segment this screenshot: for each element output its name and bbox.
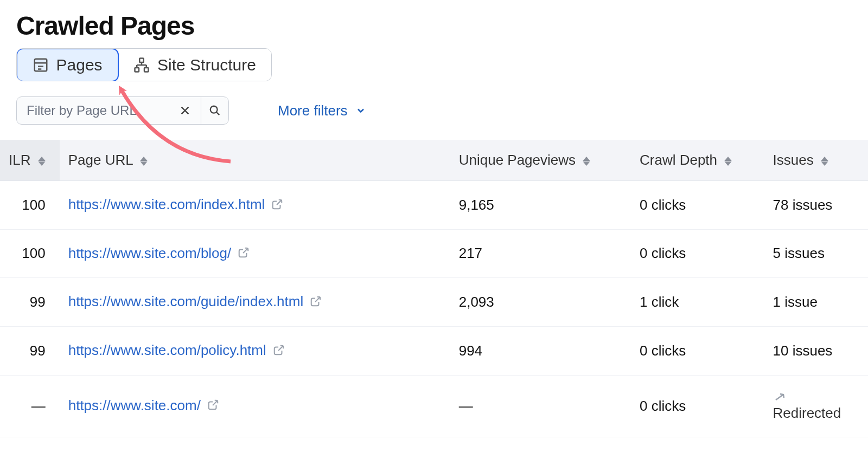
crawl-depth-value: 1 click [631,278,764,327]
pageviews-value: 994 [450,326,631,375]
crawl-depth-value: 0 clicks [631,181,764,230]
redirect-icon [773,391,786,404]
page-url-link[interactable]: https://www.site.com/policy.html [68,342,266,358]
ilr-value: 100 [0,181,60,230]
table-row: 100https://www.site.com/index.html9,1650… [0,181,868,230]
page-title: Crawled Pages [16,11,868,41]
search-button[interactable] [201,97,228,124]
page-url-link[interactable]: https://www.site.com/ [68,397,201,413]
crawl-depth-value: 0 clicks [631,326,764,375]
close-icon [179,105,191,117]
table-row: 100https://www.site.com/blog/2170 clicks… [0,229,868,278]
pageviews-value: 217 [450,229,631,278]
page-url-link[interactable]: https://www.site.com/index.html [68,196,265,212]
tab-label: Pages [56,56,103,74]
svg-rect-6 [144,68,149,72]
issues-value: 1 issue [773,294,818,310]
external-link-icon[interactable] [207,398,219,415]
chevron-down-icon [355,105,366,116]
pageviews-value: — [450,375,631,437]
table-row: 99https://www.site.com/policy.html9940 c… [0,326,868,375]
sitemap-icon [133,57,150,73]
search-icon [209,105,221,117]
issues-value: 5 issues [773,245,825,261]
filter-url-input[interactable] [25,102,175,119]
more-filters-label: More filters [278,102,348,119]
svg-line-14 [216,112,220,115]
sort-icon [583,157,590,166]
external-link-icon[interactable] [273,343,285,360]
crawl-depth-value: 0 clicks [631,229,764,278]
col-ilr[interactable]: ILR [0,140,60,181]
more-filters-button[interactable]: More filters [278,102,366,119]
tab-pages[interactable]: Pages [16,48,119,81]
table-row: —https://www.site.com/—0 clicksRedirecte… [0,375,868,437]
issues-value: 78 issues [773,197,833,213]
table-row: 99https://www.site.com/guide/index.html2… [0,278,868,327]
external-link-icon[interactable] [310,294,322,311]
sort-icon [821,157,828,166]
ilr-value: 99 [0,278,60,327]
svg-rect-4 [139,58,144,62]
external-link-icon[interactable] [271,197,283,214]
crawled-pages-table: ILR Page URL Unique Pageviews Crawl Dept… [0,140,868,437]
external-link-icon[interactable] [238,245,250,262]
pageviews-value: 9,165 [450,181,631,230]
col-crawl-depth[interactable]: Crawl Depth [631,140,764,181]
ilr-value: — [0,375,60,437]
crawl-depth-value: 0 clicks [631,375,764,437]
issues-value: 10 issues [773,342,833,359]
svg-rect-5 [135,68,139,72]
svg-point-13 [210,106,218,113]
tab-site-structure[interactable]: Site Structure [118,49,271,81]
col-page-url[interactable]: Page URL [60,140,450,181]
ilr-value: 99 [0,326,60,375]
pageviews-value: 2,093 [450,278,631,327]
sort-icon [724,157,732,166]
page-url-link[interactable]: https://www.site.com/guide/index.html [68,293,304,309]
sort-icon [140,157,148,166]
redirected-label: Redirected [773,405,841,422]
pages-icon [33,57,49,73]
clear-filter-button[interactable] [175,105,195,117]
col-issues[interactable]: Issues [764,140,868,181]
page-url-link[interactable]: https://www.site.com/blog/ [68,245,232,261]
view-tabs: Pages Site Structure [16,48,272,81]
ilr-value: 100 [0,229,60,278]
sort-icon [38,157,46,166]
filter-group [16,96,229,125]
tab-label: Site Structure [157,56,256,74]
col-pageviews[interactable]: Unique Pageviews [450,140,631,181]
